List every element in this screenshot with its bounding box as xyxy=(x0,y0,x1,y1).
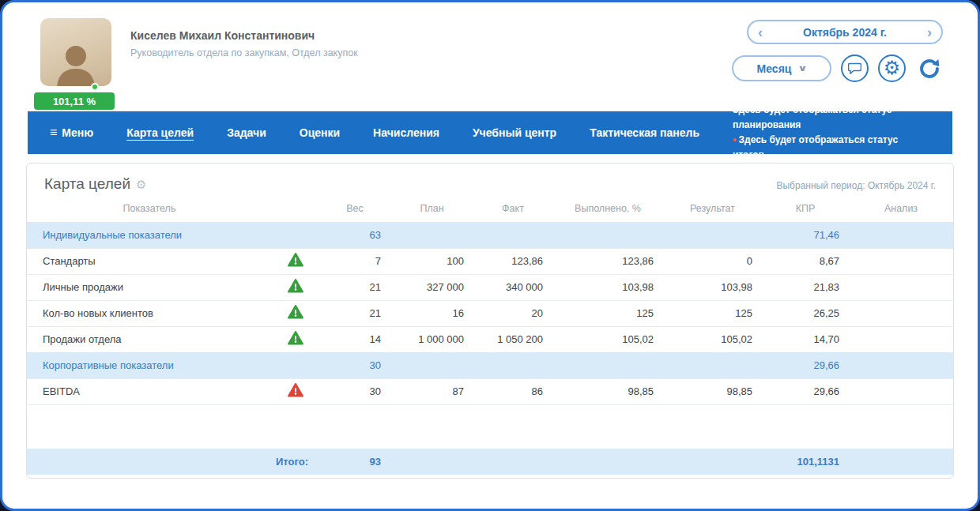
status-warning-icon xyxy=(288,383,303,397)
planning-status-block: Здесь будет отображаться статус планиров… xyxy=(733,103,930,163)
total-label: Итого: xyxy=(27,449,319,475)
gear-icon: ⚙ xyxy=(884,58,901,77)
person-silhouette-icon xyxy=(51,39,101,86)
view-mode-value: Месяц xyxy=(757,62,792,75)
top-controls: ‹ Октябрь 2024 г. › Месяц ∨ ⚙ xyxy=(732,18,943,111)
selected-period-label: Выбранный период: Октябрь 2024 г. xyxy=(776,180,936,191)
table-row[interactable]: Стандарты 7 100 123,86 123,86 0 8,67 xyxy=(27,248,953,274)
table-header-row: Показатель Вес План Факт Выполнено, % Ре… xyxy=(27,196,953,222)
avatar xyxy=(40,18,111,86)
col-header-kpr: КПР xyxy=(762,196,849,222)
status-warning-icon xyxy=(288,253,303,267)
col-header-result: Результат xyxy=(663,196,762,222)
menu-button[interactable]: ≡Меню xyxy=(50,126,93,140)
table-row[interactable]: Кол-во новых клиентов 21 16 20 125 125 2… xyxy=(27,300,953,326)
col-header-completed: Выполнено, % xyxy=(552,196,663,222)
refresh-button[interactable] xyxy=(915,54,943,82)
tab-learning-center[interactable]: Учебный центр xyxy=(473,126,556,139)
status-warning-icon xyxy=(288,331,303,345)
user-role: Руководитель отдела по закупкам, Отдел з… xyxy=(130,47,358,58)
red-dot-icon: • xyxy=(733,133,737,145)
tab-tactical-panel[interactable]: Тактическая панель xyxy=(590,126,699,139)
hamburger-icon: ≡ xyxy=(50,126,57,139)
table-total-row: Итого: 93 101,1131 xyxy=(27,449,953,475)
results-status-line: Здесь будет отображаться статус итогов xyxy=(733,134,898,160)
refresh-icon xyxy=(918,58,940,80)
table-row[interactable]: Продажи отдела 14 1 000 000 1 050 200 10… xyxy=(27,326,953,352)
user-name: Киселев Михаил Константинович xyxy=(130,29,358,42)
period-label: Октябрь 2024 г. xyxy=(803,26,887,39)
planning-status-line: Здесь будет отображаться статус планиров… xyxy=(733,103,930,132)
top-header: 101,11 % Киселев Михаил Константинович Р… xyxy=(2,2,978,111)
table-spacer xyxy=(27,404,953,449)
comments-button[interactable] xyxy=(841,54,869,82)
tab-assessments[interactable]: Оценки xyxy=(300,126,340,139)
chevron-down-icon: ∨ xyxy=(798,63,808,73)
user-block: 101,11 % Киселев Михаил Константинович Р… xyxy=(37,18,358,111)
status-warning-icon xyxy=(288,279,303,293)
period-selector[interactable]: ‹ Октябрь 2024 г. › xyxy=(747,20,943,44)
table-section-row[interactable]: Индивидуальные показатели 63 71,46 xyxy=(27,222,953,248)
score-badge: 101,11 % xyxy=(34,92,115,110)
goal-map-table: Показатель Вес План Факт Выполнено, % Ре… xyxy=(27,196,953,475)
table-section-row[interactable]: Корпоративные показатели 30 29,66 xyxy=(27,352,953,378)
col-header-analysis: Анализ xyxy=(849,196,953,222)
card-settings-icon[interactable]: ⚙ xyxy=(136,178,146,192)
status-warning-icon xyxy=(288,305,303,319)
total-kpr: 101,1131 xyxy=(762,449,849,475)
table-row[interactable]: EBITDA 30 87 86 98,85 98,85 29,66 xyxy=(27,378,953,404)
goal-map-card: Карта целей ⚙ Выбранный период: Октябрь … xyxy=(26,163,954,479)
main-navbar: ≡Меню Карта целей Задачи Оценки Начислен… xyxy=(28,111,952,154)
period-next-button[interactable]: › xyxy=(927,25,932,39)
page-title: Карта целей xyxy=(44,175,130,193)
chat-icon xyxy=(848,62,861,74)
tab-accruals[interactable]: Начисления xyxy=(373,126,439,139)
app-window: 101,11 % Киселев Михаил Константинович Р… xyxy=(0,0,980,511)
total-weight: 93 xyxy=(319,449,390,475)
period-prev-button[interactable]: ‹ xyxy=(758,25,763,39)
col-header-indicator: Показатель xyxy=(27,196,272,222)
col-header-fact: Факт xyxy=(473,196,552,222)
col-header-weight: Вес xyxy=(319,196,390,222)
tab-tasks[interactable]: Задачи xyxy=(227,126,266,139)
tab-goal-map[interactable]: Карта целей xyxy=(126,126,194,139)
view-mode-select[interactable]: Месяц ∨ xyxy=(732,55,831,81)
online-status-dot xyxy=(91,83,99,91)
settings-button[interactable]: ⚙ xyxy=(878,54,906,82)
table-row[interactable]: Личные продажи 21 327 000 340 000 103,98… xyxy=(27,274,953,300)
col-header-plan: План xyxy=(390,196,473,222)
